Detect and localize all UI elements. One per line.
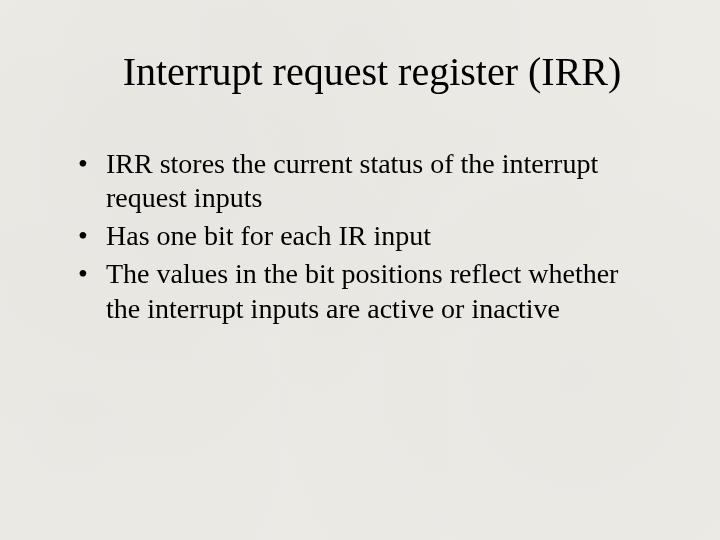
list-item: IRR stores the current status of the int… — [60, 147, 650, 215]
list-item: The values in the bit positions reflect … — [60, 257, 650, 325]
slide: Interrupt request register (IRR) IRR sto… — [0, 0, 720, 540]
slide-title: Interrupt request register (IRR) — [60, 48, 660, 95]
bullet-list: IRR stores the current status of the int… — [60, 147, 660, 326]
list-item: Has one bit for each IR input — [60, 219, 650, 253]
